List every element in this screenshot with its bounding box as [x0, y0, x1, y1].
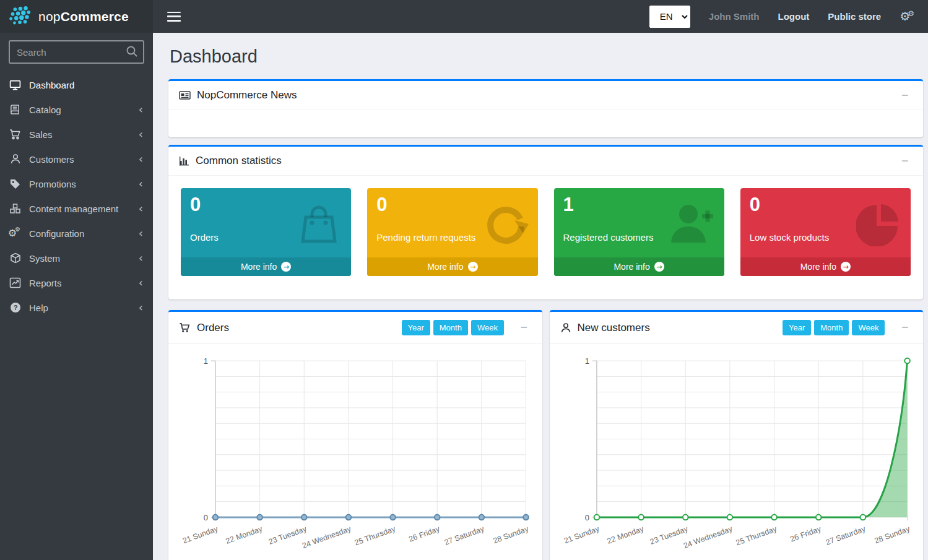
book-icon [9, 104, 21, 116]
more-info-link[interactable]: More info → [740, 257, 911, 276]
svg-text:22 Monday: 22 Monday [605, 524, 644, 546]
news-panel: NopCommerce News − [168, 79, 923, 137]
svg-text:28 Sunday: 28 Sunday [873, 524, 911, 545]
pie-chart-icon [856, 200, 902, 249]
search-icon[interactable] [125, 45, 139, 61]
user-icon [560, 322, 571, 334]
collapse-icon[interactable]: − [897, 90, 913, 101]
sidebar: Dashboard Catalog ‹ Sales ‹ [0, 33, 153, 560]
language-select[interactable]: EN [649, 6, 690, 28]
sidebar-item-system[interactable]: System ‹ [0, 246, 153, 270]
svg-text:0: 0 [204, 513, 208, 522]
nopcommerce-logo: nopCommerce [0, 0, 153, 33]
cart-icon [179, 322, 191, 334]
sidebar-item-label: Catalog [29, 105, 61, 115]
more-info-link[interactable]: More info → [367, 257, 537, 276]
collapse-icon[interactable]: − [897, 156, 913, 166]
topbar: nopCommerce EN John Smith Logout Public … [0, 0, 928, 33]
orders-chart-title: Orders [179, 322, 229, 334]
stats-panel-header: Common statistics − [168, 147, 923, 175]
orders-chart-tools: Year Month Week − [399, 320, 532, 335]
stat-card-registered-customers: 1 Registered customers More info → [554, 188, 724, 276]
sidebar-item-sales[interactable]: Sales ‹ [0, 122, 153, 147]
stat-card-pending-returns: 0 Pending return requests More info → [367, 188, 537, 276]
public-store-link[interactable]: Public store [828, 11, 881, 22]
orders-line-chart: 1021 Sunday22 Monday23 Tuesday24 Wednesd… [173, 348, 537, 552]
stats-panel-title: Common statistics [179, 155, 282, 167]
sidebar-toggle-button[interactable] [167, 12, 181, 22]
svg-text:21 Sunday: 21 Sunday [181, 524, 220, 545]
sidebar-item-label: Help [29, 303, 48, 313]
chevron-left-icon: ‹ [139, 252, 143, 264]
arrow-circle-right-icon: → [654, 262, 664, 272]
sidebar-item-reports[interactable]: Reports ‹ [0, 270, 153, 295]
newspaper-icon [179, 90, 191, 100]
sidebar-item-content-management[interactable]: Content management ‹ [0, 196, 153, 221]
new-customers-chart-tools: Year Month Week − [779, 320, 913, 335]
main-content: Dashboard NopCommerce News − [153, 33, 928, 560]
cart-icon [9, 129, 21, 140]
chart-line-icon [9, 277, 21, 289]
svg-text:28 Sunday: 28 Sunday [492, 524, 531, 545]
svg-text:22 Monday: 22 Monday [225, 524, 264, 546]
sidebar-item-dashboard[interactable]: Dashboard [0, 72, 153, 97]
month-button[interactable]: Month [814, 320, 849, 335]
new-customers-chart-title: New customers [560, 322, 650, 334]
settings-gears-icon[interactable]: ⚙⚙ [900, 11, 917, 22]
more-info-link[interactable]: More info → [554, 257, 724, 276]
year-button[interactable]: Year [402, 320, 430, 335]
topbar-right: EN John Smith Logout Public store ⚙⚙ [649, 6, 917, 28]
orders-chart-title-text: Orders [197, 322, 229, 334]
orders-chart-body: 1021 Sunday22 Monday23 Tuesday24 Wednesd… [168, 343, 542, 552]
collapse-icon[interactable]: − [516, 322, 532, 333]
sidebar-search [9, 40, 144, 64]
collapse-icon[interactable]: − [897, 322, 913, 333]
search-input[interactable] [9, 40, 144, 64]
week-button[interactable]: Week [471, 320, 504, 335]
sidebar-item-help[interactable]: ? Help ‹ [0, 295, 153, 320]
svg-text:26 Friday: 26 Friday [408, 524, 441, 543]
more-info-link[interactable]: More info → [181, 257, 351, 276]
svg-text:21 Sunday: 21 Sunday [563, 524, 601, 545]
tag-icon [9, 178, 21, 190]
sidebar-item-catalog[interactable]: Catalog ‹ [0, 97, 153, 122]
svg-text:?: ? [13, 304, 17, 311]
logout-link[interactable]: Logout [778, 11, 810, 22]
news-panel-title: NopCommerce News [179, 89, 297, 101]
sidebar-item-label: Configuration [29, 228, 84, 239]
sidebar-item-label: Customers [29, 154, 74, 165]
month-button[interactable]: Month [433, 320, 468, 335]
stats-panel-body: 0 Orders More info → 0 Pending return re… [168, 175, 923, 299]
chevron-left-icon: ‹ [139, 129, 143, 140]
stats-panel-tools: − [885, 156, 913, 166]
sidebar-item-promotions[interactable]: Promotions ‹ [0, 171, 153, 196]
stat-card-low-stock: 0 Low stock products More info → [740, 188, 911, 276]
user-name-link[interactable]: John Smith [709, 11, 760, 22]
cubes-icon [9, 203, 21, 215]
new-customers-chart-header: New customers Year Month Week − [550, 312, 924, 343]
sidebar-item-label: System [29, 253, 60, 264]
year-button[interactable]: Year [783, 320, 811, 335]
cube-icon [9, 252, 21, 264]
svg-text:27 Saturday: 27 Saturday [443, 524, 486, 546]
stats-panel-title-text: Common statistics [196, 155, 282, 167]
brand-text: nopCommerce [38, 9, 129, 24]
arrow-circle-right-icon: → [281, 262, 291, 272]
chevron-left-icon: ‹ [139, 104, 143, 115]
svg-text:25 Thursday: 25 Thursday [353, 524, 397, 547]
news-panel-title-text: NopCommerce News [197, 89, 297, 101]
svg-text:1: 1 [584, 356, 589, 366]
sidebar-item-customers[interactable]: Customers ‹ [0, 147, 153, 171]
user-plus-icon [667, 200, 716, 248]
new-customers-chart-panel: New customers Year Month Week − 1021 Sun… [550, 310, 924, 560]
new-customers-chart-title-text: New customers [578, 322, 650, 334]
chevron-left-icon: ‹ [139, 153, 143, 165]
logo-dots-icon [7, 6, 33, 27]
week-button[interactable]: Week [852, 320, 885, 335]
sidebar-item-configuration[interactable]: ⚙⚙ Configuration ‹ [0, 221, 153, 246]
sidebar-item-label: Reports [29, 278, 62, 288]
chevron-left-icon: ‹ [139, 302, 143, 313]
arrow-circle-right-icon: → [841, 262, 851, 272]
sidebar-item-label: Promotions [29, 179, 76, 189]
common-statistics-panel: Common statistics − 0 Orders More info → [168, 145, 923, 299]
